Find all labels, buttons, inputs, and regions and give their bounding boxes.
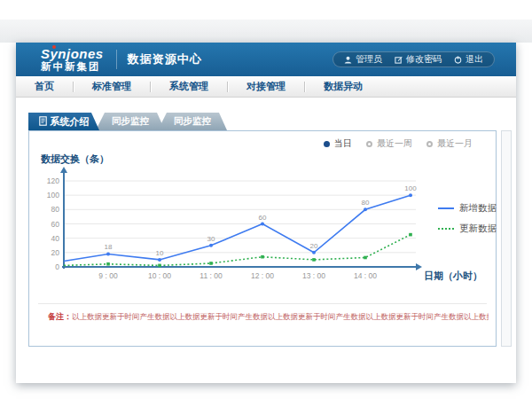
document-icon [39,116,47,128]
tab-system-intro[interactable]: 系统介绍 [28,113,99,130]
footnote-divider [38,303,487,304]
content-panel: 当日 最近一周 最近一月 数据交换（条） 0204060801001209 : … [28,130,497,347]
svg-text:100: 100 [47,191,59,200]
x-axis-title: 日期（小时） [424,270,482,283]
logo-text-cn: 新中新集团 [41,62,104,73]
svg-text:20: 20 [310,242,318,250]
filter-today[interactable]: 当日 [324,137,352,150]
svg-text:40: 40 [51,234,60,243]
tab-label: 同步监控 [174,115,211,128]
background-band [0,20,532,43]
vertical-scrollbar[interactable] [501,130,512,347]
radio-off-icon [366,141,372,147]
tab-sync-monitor-1[interactable]: 同步监控 [96,113,165,130]
change-password-label: 修改密码 [406,53,442,66]
range-filters: 当日 最近一周 最近一月 [324,137,473,150]
nav-item-standard-mgmt[interactable]: 标准管理 [74,80,150,93]
line-chart: 0204060801001209 : 0010 : 0011 : 0012 : … [36,165,435,285]
filter-label: 最近一周 [377,137,412,150]
legend-item-new-data: 新增数据 [438,202,497,215]
tab-bar: 系统介绍 同步监控 同步监控 [28,113,227,130]
svg-text:18: 18 [105,243,113,251]
tab-label: 同步监控 [112,115,149,128]
dotted-line-swatch-icon [438,228,454,230]
header-divider [116,50,117,69]
page-title: 数据资源中心 [128,51,202,67]
footnote: 备注：以上数据更新于时间产生数据以上数据更新于时间产生数据以上数据更新于时间产生… [48,311,489,323]
user-icon [344,56,352,64]
nav-item-home[interactable]: 首页 [16,80,73,93]
edit-icon [395,56,403,64]
svg-text:60: 60 [51,220,60,229]
legend-label: 更新数据 [459,223,497,235]
svg-text:10: 10 [156,249,164,257]
admin-label: 管理员 [356,53,382,66]
svg-text:80: 80 [51,205,60,214]
logout-label: 退出 [466,53,483,66]
svg-text:60: 60 [259,214,267,222]
radio-on-icon [324,141,330,147]
tab-label: 系统介绍 [51,115,90,129]
svg-text:12 : 00: 12 : 00 [251,271,274,280]
chart-legend: 新增数据 更新数据 [438,202,497,235]
nav-item-system-mgmt[interactable]: 系统管理 [151,80,227,93]
footnote-text: 以上数据更新于时间产生数据以上数据更新于时间产生数据以上数据更新于时间产生数据以… [72,312,489,321]
app-header: Synjones 新中新集团 数据资源中心 管理员 修改密码 [16,43,516,76]
logout-button[interactable]: 退出 [454,53,483,66]
filter-last-week[interactable]: 最近一周 [366,137,412,150]
y-axis-title: 数据交换（条） [41,153,109,166]
logo: Synjones 新中新集团 [41,47,104,73]
radio-off-icon [426,141,433,147]
legend-item-updated-data: 更新数据 [438,223,497,235]
svg-text:13 : 00: 13 : 00 [302,271,325,280]
nav-item-interface-mgmt[interactable]: 对接管理 [228,80,304,93]
svg-text:100: 100 [404,184,417,192]
filter-label: 最近一月 [437,137,473,150]
svg-text:80: 80 [362,199,370,207]
admin-button[interactable]: 管理员 [344,53,382,66]
svg-text:20: 20 [51,248,60,257]
power-icon [454,56,462,64]
filter-last-month[interactable]: 最近一月 [426,137,473,150]
nav-item-data-change[interactable]: 数据异动 [305,80,381,93]
svg-text:14 : 00: 14 : 00 [354,271,377,280]
app-window: Synjones 新中新集团 数据资源中心 管理员 修改密码 [16,43,516,383]
page: Synjones 新中新集团 数据资源中心 管理员 修改密码 [0,0,532,399]
svg-text:0: 0 [55,262,59,271]
footnote-label: 备注： [48,312,72,321]
change-password-button[interactable]: 修改密码 [395,53,442,66]
svg-text:10 : 00: 10 : 00 [148,271,171,280]
filter-label: 当日 [334,137,352,150]
logo-red-dot [52,45,56,49]
legend-label: 新增数据 [459,202,497,215]
logo-text-en: Synjones [41,47,104,60]
svg-text:11 : 00: 11 : 00 [200,271,223,280]
tab-sync-monitor-2[interactable]: 同步监控 [158,113,227,130]
svg-text:120: 120 [47,176,59,185]
svg-text:30: 30 [207,235,215,243]
user-pill: 管理员 修改密码 退出 [332,51,495,67]
svg-text:9 : 00: 9 : 00 [98,271,118,280]
main-nav: 首页 标准管理 系统管理 对接管理 数据异动 [16,76,516,98]
solid-line-swatch-icon [438,207,454,209]
